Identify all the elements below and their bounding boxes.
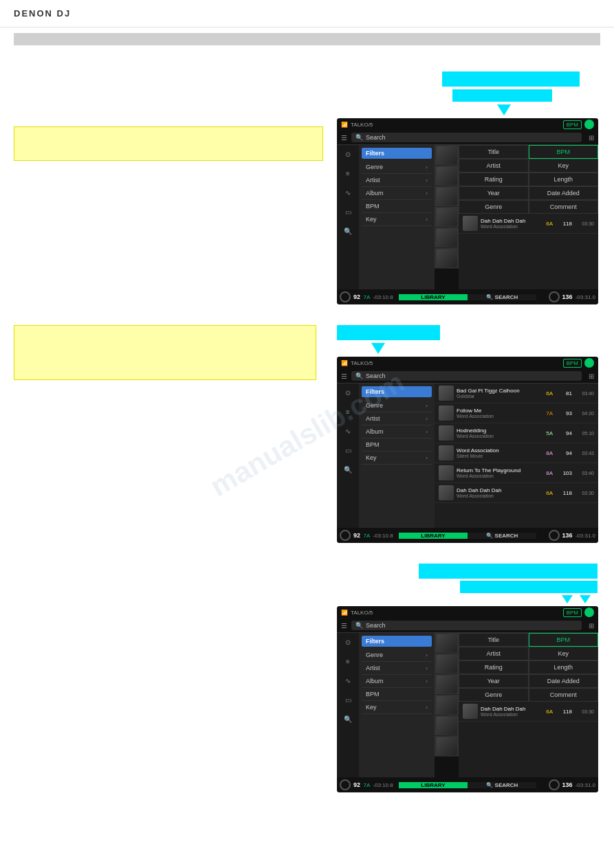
track-row[interactable]: Dah Dah Dah Dah Word Association 6A 118 … [459, 214, 598, 234]
screen2-search-field[interactable]: 🔍 Search [351, 371, 582, 381]
track-bpm: 103 [556, 470, 572, 476]
screen1-filter-genre[interactable]: Genre › [362, 161, 432, 174]
screen2-filter-bpm[interactable]: BPM [362, 438, 432, 452]
screen2-filter-genre[interactable]: Genre › [362, 399, 432, 412]
screen3-sidebar-folder[interactable]: ▭ [340, 693, 355, 706]
track-artist: Word Association [457, 414, 536, 419]
col-length[interactable]: Length [529, 660, 599, 674]
track-art [463, 216, 478, 231]
track-title: Hodnedding [457, 427, 536, 434]
col-artist[interactable]: Artist [459, 647, 529, 660]
bottom-circle-icon [340, 530, 351, 541]
track-title: Follow Me [457, 408, 536, 414]
screen2-library-btn[interactable]: LIBRARY [399, 533, 468, 539]
screen1-filters: Filters Genre › Artist › Album › [359, 145, 435, 289]
col-genre[interactable]: Genre [459, 200, 529, 214]
col-genre[interactable]: Genre [459, 688, 529, 702]
screen3-search-bar[interactable]: ☰ 🔍 Search ⊞ [337, 619, 598, 633]
screen1-filter-bpm[interactable]: BPM [362, 200, 432, 213]
col-year[interactable]: Year [459, 186, 529, 200]
col-comment[interactable]: Comment [529, 200, 599, 214]
col-bpm[interactable]: BPM [529, 633, 599, 647]
col-rating[interactable]: Rating [459, 173, 529, 186]
screen3-search-field[interactable]: 🔍 Search [351, 621, 582, 630]
screen3-wifi-icon: 📶 [341, 610, 348, 616]
screen3-col-headers: Title BPM Artist Key Rating Length Year … [459, 633, 598, 702]
track-row[interactable]: Bad Gal Ft Tiggz Calhoon Goldstar 6A 81 … [435, 383, 598, 403]
chevron-icon: › [426, 403, 428, 409]
screen1-sidebar-folder[interactable]: ▭ [340, 205, 355, 218]
track-row[interactable]: Word Association Silent Movie 8A 94 03:4… [435, 443, 598, 463]
track-row[interactable]: Dah Dah Dah Dah Word Association 6A 118 … [459, 702, 598, 722]
screen3-filter-artist[interactable]: Artist › [362, 662, 432, 675]
track-row[interactable]: Return To The Playground Word Associatio… [435, 463, 598, 483]
screen2-filter-key[interactable]: Key › [362, 452, 432, 465]
screen1-sort-icon: ⊞ [589, 134, 594, 142]
chevron-icon: › [426, 216, 428, 223]
screen1-art-strip [435, 145, 459, 289]
screen3-filter-key[interactable]: Key › [362, 701, 432, 714]
track-key: 7A [539, 410, 553, 416]
screen1-track-list: Dah Dah Dah Dah Word Association 6A 118 … [459, 214, 598, 234]
col-bpm[interactable]: BPM [529, 145, 599, 159]
screen2-filter-album[interactable]: Album › [362, 425, 432, 438]
screen3-filter-bpm[interactable]: BPM [362, 688, 432, 701]
screen3-sidebar-platter[interactable]: ⊙ [340, 636, 355, 648]
screen1-library-btn[interactable]: LIBRARY [399, 294, 468, 300]
screen2-sidebar-platter[interactable]: ⊙ [340, 386, 355, 399]
screen2-sidebar-list[interactable]: ≡ [340, 405, 355, 418]
track-row[interactable]: Follow Me Word Association 7A 93 04:20 [435, 403, 598, 423]
screen1-filter-artist[interactable]: Artist › [362, 174, 432, 187]
track-bpm: 118 [556, 490, 572, 496]
col-length[interactable]: Length [529, 173, 599, 186]
col-key[interactable]: Key [529, 159, 599, 173]
art-thumb-2 [435, 166, 459, 186]
screen2-indicator [584, 358, 594, 368]
screen3-sidebar-wave[interactable]: ∿ [340, 674, 355, 687]
screen1-right-icons: BPM [563, 120, 594, 129]
screen3-search-icon: 🔍 [355, 622, 363, 629]
screen1-sidebar-list[interactable]: ≡ [340, 167, 355, 179]
screen1-search-bar[interactable]: ☰ 🔍 Search ⊞ [337, 131, 598, 145]
screen3-indicator [584, 608, 594, 617]
screen1-search-field[interactable]: 🔍 Search [351, 133, 582, 142]
col-comment[interactable]: Comment [529, 688, 599, 702]
screen1-bottom-left: 92 7A -03:10.8 [337, 291, 399, 302]
track-art [439, 485, 454, 500]
screen3-filter-album[interactable]: Album › [362, 675, 432, 688]
screen3-filter-genre[interactable]: Genre › [362, 649, 432, 662]
track-key: 6A [539, 490, 553, 496]
col-rating[interactable]: Rating [459, 660, 529, 674]
screen1-filter-key[interactable]: Key › [362, 213, 432, 226]
track-info: Return To The Playground Word Associatio… [457, 467, 536, 478]
screen1-filter-album[interactable]: Album › [362, 187, 432, 200]
screen1-sidebar-platter[interactable]: ⊙ [340, 148, 355, 160]
chevron-icon: › [426, 429, 428, 435]
screen2-sidebar-folder[interactable]: ▭ [340, 444, 355, 456]
col-key[interactable]: Key [529, 647, 599, 660]
track-row[interactable]: Dah Dah Dah Dah Word Association 6A 118 … [435, 483, 598, 503]
track-title: Dah Dah Dah Dah [457, 487, 536, 493]
screen3-sidebar-search[interactable]: 🔍 [340, 713, 355, 725]
col-date-added[interactable]: Date Added [529, 674, 599, 688]
col-date-added[interactable]: Date Added [529, 186, 599, 200]
track-time: 03:40 [575, 391, 594, 396]
screen2-sidebar-wave[interactable]: ∿ [340, 425, 355, 437]
screen2-sidebar-search[interactable]: 🔍 [340, 463, 355, 476]
screen2-search-btn[interactable]: 🔍 SEARCH [468, 533, 536, 539]
screen2-search-bar[interactable]: ☰ 🔍 Search ⊞ [337, 369, 598, 383]
screen3-sidebar-list[interactable]: ≡ [340, 655, 355, 667]
track-row[interactable]: Hodnedding Word Association 5A 94 05:10 [435, 423, 598, 443]
col-artist[interactable]: Artist [459, 159, 529, 173]
col-year[interactable]: Year [459, 674, 529, 688]
screen1-search-btn[interactable]: 🔍 SEARCH [468, 294, 536, 300]
screen2-filter-artist[interactable]: Artist › [362, 412, 432, 425]
screen1-sidebar-search[interactable]: 🔍 [340, 225, 355, 237]
screen1-sidebar-wave[interactable]: ∿ [340, 186, 355, 199]
col-title[interactable]: Title [459, 145, 529, 159]
screen3-library-btn[interactable]: LIBRARY [399, 782, 468, 788]
col-title[interactable]: Title [459, 633, 529, 647]
screen2-bottom-bar: 92 7A -03:10.8 LIBRARY 🔍 SEARCH 136 -03:… [337, 528, 598, 543]
screen3-search-btn[interactable]: 🔍 SEARCH [468, 782, 536, 788]
dj-screen-2: 📶 TALKO/5 BPM ☰ 🔍 Search ⊞ [337, 357, 598, 543]
